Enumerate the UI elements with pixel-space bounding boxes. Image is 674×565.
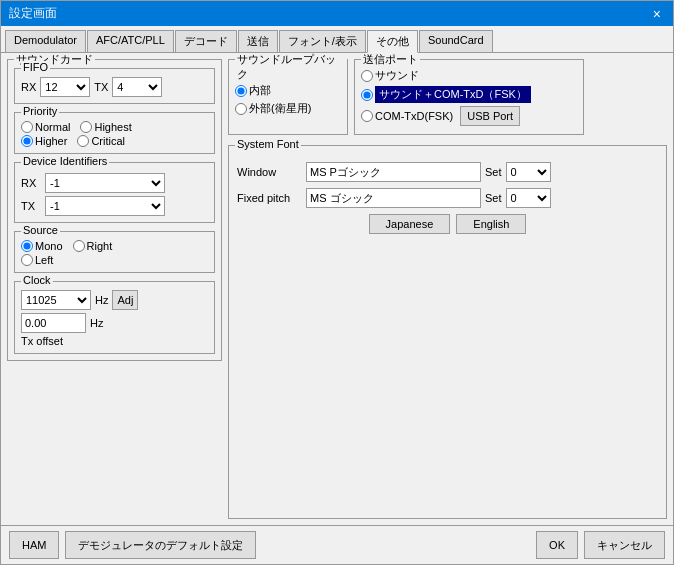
rx-select[interactable]: 12 bbox=[40, 77, 90, 97]
tab-other[interactable]: その他 bbox=[367, 30, 418, 53]
port-title: 送信ポート bbox=[361, 53, 420, 67]
device-rx-select[interactable]: -1 bbox=[45, 173, 165, 193]
tab-afc[interactable]: AFC/ATC/PLL bbox=[87, 30, 174, 52]
fixed-size-select[interactable]: 0 bbox=[506, 188, 551, 208]
clock-group: Clock 11025 Hz Adj Hz Tx offset bbox=[14, 281, 215, 354]
soundcard-group: サウンドカード FIFO RX 12 TX 4 bbox=[7, 59, 222, 361]
priority-title: Priority bbox=[21, 105, 59, 117]
system-font-title: System Font bbox=[235, 138, 301, 150]
fifo-group: FIFO RX 12 TX 4 bbox=[14, 68, 215, 104]
fixed-font-input[interactable] bbox=[306, 188, 481, 208]
tx-select[interactable]: 4 bbox=[112, 77, 162, 97]
radio-left[interactable]: Left bbox=[21, 254, 53, 266]
loopback-title: サウンドループバック bbox=[235, 53, 347, 82]
tab-decode[interactable]: デコード bbox=[175, 30, 237, 52]
clock-hz-select[interactable]: 11025 bbox=[21, 290, 91, 310]
device-group: Device Identifiers RX -1 TX -1 bbox=[14, 162, 215, 223]
clock-title: Clock bbox=[21, 274, 53, 286]
fifo-title: FIFO bbox=[21, 61, 50, 73]
system-font-group: System Font Window Set 0 Fixed pitch Set… bbox=[228, 145, 667, 519]
port-group: 送信ポート サウンド サウンド＋COM-TxD（FSK） bbox=[354, 59, 584, 135]
port-fsk-row: サウンド＋COM-TxD（FSK） bbox=[361, 86, 577, 103]
radio-port-sound[interactable]: サウンド bbox=[361, 68, 419, 83]
hz2-label: Hz bbox=[90, 317, 103, 329]
window-font-label: Window bbox=[237, 166, 302, 178]
radio-highest[interactable]: Highest bbox=[80, 121, 131, 133]
window-title: 設定画面 bbox=[9, 5, 57, 22]
usb-button[interactable]: USB Port bbox=[460, 106, 520, 126]
tx-offset-label: Tx offset bbox=[21, 335, 208, 347]
radio-critical[interactable]: Critical bbox=[77, 135, 125, 147]
fixed-font-label: Fixed pitch bbox=[237, 192, 302, 204]
window-set-label: Set bbox=[485, 166, 502, 178]
priority-group: Priority Normal Highest bbox=[14, 112, 215, 154]
hz1-label: Hz bbox=[95, 294, 108, 306]
port-com-row: COM-TxD(FSK) USB Port bbox=[361, 106, 577, 126]
window-size-select[interactable]: 0 bbox=[506, 162, 551, 182]
radio-right[interactable]: Right bbox=[73, 240, 113, 252]
radio-higher[interactable]: Higher bbox=[21, 135, 67, 147]
radio-internal[interactable]: 内部 bbox=[235, 83, 341, 98]
japanese-button[interactable]: Japanese bbox=[369, 214, 451, 234]
radio-normal[interactable]: Normal bbox=[21, 121, 70, 133]
tx-label: TX bbox=[94, 81, 108, 93]
adj-button[interactable]: Adj bbox=[112, 290, 138, 310]
tab-bar: Demodulator AFC/ATC/PLL デコード 送信 フォント/表示 … bbox=[1, 26, 673, 53]
tab-demodulator[interactable]: Demodulator bbox=[5, 30, 86, 52]
default-button[interactable]: デモジュレータのデフォルト設定 bbox=[65, 531, 256, 559]
loopback-group: サウンドループバック OFF 内部 外部(衛星用) bbox=[228, 59, 348, 135]
source-group: Source Mono Right bbox=[14, 231, 215, 273]
english-button[interactable]: English bbox=[456, 214, 526, 234]
device-rx-label: RX bbox=[21, 177, 41, 189]
tab-soundcard[interactable]: SoundCard bbox=[419, 30, 493, 52]
radio-external[interactable]: 外部(衛星用) bbox=[235, 101, 341, 116]
rx-label: RX bbox=[21, 81, 36, 93]
window-font-input[interactable] bbox=[306, 162, 481, 182]
bottom-bar: HAM デモジュレータのデフォルト設定 OK キャンセル bbox=[1, 525, 673, 564]
radio-port-com[interactable]: COM-TxD(FSK) bbox=[361, 110, 453, 122]
cancel-button[interactable]: キャンセル bbox=[584, 531, 665, 559]
tab-send[interactable]: 送信 bbox=[238, 30, 278, 52]
device-tx-select[interactable]: -1 bbox=[45, 196, 165, 216]
clock-hz2-input[interactable] bbox=[21, 313, 86, 333]
source-title: Source bbox=[21, 224, 60, 236]
radio-port-fsk[interactable]: サウンド＋COM-TxD（FSK） bbox=[361, 86, 531, 103]
port-sound-row: サウンド bbox=[361, 68, 577, 83]
ok-button[interactable]: OK bbox=[536, 531, 578, 559]
device-title: Device Identifiers bbox=[21, 155, 109, 167]
ham-button[interactable]: HAM bbox=[9, 531, 59, 559]
tab-font[interactable]: フォント/表示 bbox=[279, 30, 366, 52]
fixed-set-label: Set bbox=[485, 192, 502, 204]
device-tx-label: TX bbox=[21, 200, 41, 212]
close-button[interactable]: × bbox=[649, 6, 665, 22]
radio-mono[interactable]: Mono bbox=[21, 240, 63, 252]
